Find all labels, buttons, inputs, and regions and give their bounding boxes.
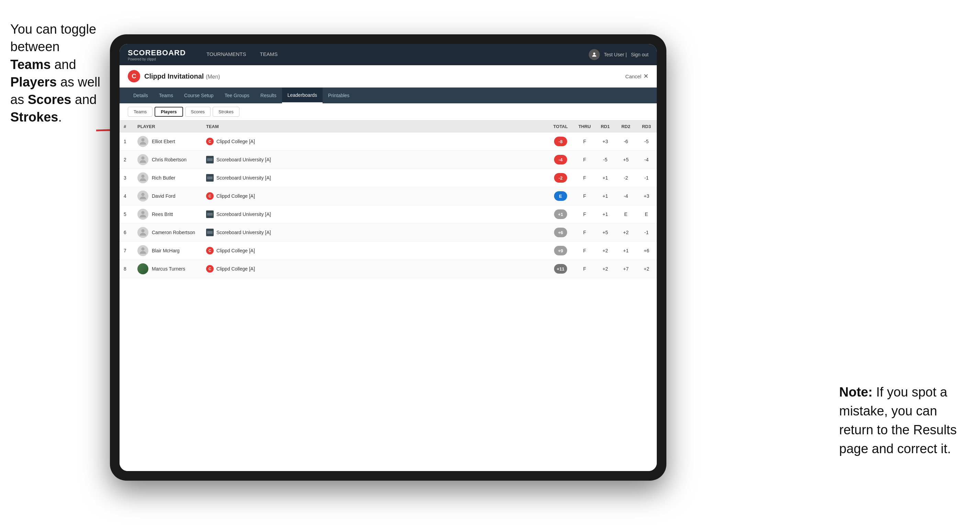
sub-nav-leaderboards[interactable]: Leaderboards <box>282 87 323 103</box>
player-cell: Cameron Robertson <box>133 224 202 242</box>
col-team: TEAM <box>202 121 533 133</box>
player-avatar <box>137 264 148 274</box>
team-cell: Scoreboard University [A] <box>202 169 533 187</box>
rd3-cell: +3 <box>636 187 657 205</box>
nav-user-text: Test User | <box>604 52 627 57</box>
toggle-teams[interactable]: Teams <box>128 107 153 117</box>
svg-point-10 <box>141 211 144 214</box>
rd2-cell: -6 <box>616 133 636 151</box>
nav-sign-out[interactable]: Sign out <box>631 52 649 57</box>
rd3-cell: -4 <box>636 151 657 169</box>
rd1-cell: +3 <box>595 133 616 151</box>
svg-point-16 <box>141 248 144 251</box>
rank-cell: 5 <box>119 205 133 224</box>
rank-cell: 2 <box>119 151 133 169</box>
svg-point-2 <box>141 138 144 141</box>
rd1-cell: +2 <box>595 242 616 260</box>
leaderboard-table: # PLAYER TEAM TOTAL THRU RD1 RD2 RD3 1 <box>119 121 657 278</box>
sub-nav-teams[interactable]: Teams <box>154 87 179 103</box>
svg-rect-8 <box>207 176 213 179</box>
thru-cell: F <box>574 242 595 260</box>
sub-nav-printables[interactable]: Printables <box>323 87 355 103</box>
player-avatar <box>137 172 148 183</box>
thru-cell: F <box>574 224 595 242</box>
sub-nav-course-setup[interactable]: Course Setup <box>179 87 219 103</box>
player-avatar <box>137 245 148 256</box>
team-logo-scoreboard <box>206 156 214 163</box>
team-logo-scoreboard <box>206 229 214 236</box>
team-logo-clippd: C <box>206 247 214 254</box>
table-row: 6 Cameron Robertson Scoreboard Universit… <box>119 224 657 242</box>
rd3-cell: -1 <box>636 169 657 187</box>
player-avatar <box>137 190 148 202</box>
thru-cell: F <box>574 151 595 169</box>
svg-point-13 <box>141 229 144 232</box>
team-cell: Scoreboard University [A] <box>202 205 533 224</box>
svg-point-9 <box>141 193 144 196</box>
nav-teams[interactable]: TEAMS <box>253 44 285 65</box>
table-row: 4 David Ford C Clippd College [A] E F +1… <box>119 187 657 205</box>
thru-cell: F <box>574 205 595 224</box>
team-cell: C Clippd College [A] <box>202 260 533 278</box>
team-logo-clippd: C <box>206 192 214 200</box>
thru-cell: F <box>574 169 595 187</box>
sub-nav-results[interactable]: Results <box>255 87 282 103</box>
leaderboard-table-container: # PLAYER TEAM TOTAL THRU RD1 RD2 RD3 1 <box>119 121 657 471</box>
rd1-cell: +5 <box>595 224 616 242</box>
table-row: 1 Elliot Ebert C Clippd College [A] -8 F… <box>119 133 657 151</box>
player-cell: Blair McHarg <box>133 242 202 260</box>
player-avatar <box>137 209 148 220</box>
nav-items: TOURNAMENTS TEAMS <box>200 44 589 65</box>
nav-tournaments[interactable]: TOURNAMENTS <box>200 44 253 65</box>
toggle-bar: Teams Players Scores Strokes <box>119 103 657 121</box>
team-logo-clippd: C <box>206 265 214 273</box>
team-cell: Scoreboard University [A] <box>202 224 533 242</box>
player-avatar <box>137 136 148 147</box>
rd3-cell: +6 <box>636 242 657 260</box>
logo-title: SCOREBOARD <box>128 48 186 57</box>
toggle-scores[interactable]: Scores <box>185 107 210 117</box>
rd2-cell: +7 <box>616 260 636 278</box>
svg-point-3 <box>141 157 144 160</box>
left-annotation: You can toggle between Teams and Players… <box>10 21 103 126</box>
svg-point-1 <box>593 52 595 55</box>
spacer-cell <box>533 205 547 224</box>
rank-cell: 1 <box>119 133 133 151</box>
total-cell: E <box>547 187 574 205</box>
sub-nav-details[interactable]: Details <box>128 87 154 103</box>
sub-nav: Details Teams Course Setup Tee Groups Re… <box>119 87 657 103</box>
col-total: TOTAL <box>547 121 574 133</box>
team-logo-scoreboard <box>206 174 214 182</box>
rd2-cell: +5 <box>616 151 636 169</box>
cancel-button[interactable]: Cancel ✕ <box>625 73 649 80</box>
tournament-header: C Clippd Invitational (Men) Cancel ✕ <box>119 65 657 87</box>
rd2-cell: +1 <box>616 242 636 260</box>
col-player: PLAYER <box>133 121 202 133</box>
player-avatar <box>137 154 148 165</box>
team-cell: C Clippd College [A] <box>202 242 533 260</box>
sub-nav-tee-groups[interactable]: Tee Groups <box>219 87 255 103</box>
total-cell: -4 <box>547 151 574 169</box>
col-rd2: RD2 <box>616 121 636 133</box>
svg-rect-5 <box>207 158 213 161</box>
rank-cell: 4 <box>119 187 133 205</box>
team-cell: C Clippd College [A] <box>202 187 533 205</box>
rd1-cell: +1 <box>595 187 616 205</box>
spacer-cell <box>533 187 547 205</box>
total-cell: +1 <box>547 205 574 224</box>
table-row: 8 Marcus Turners C Clippd College [A] +1… <box>119 260 657 278</box>
rd1-cell: -5 <box>595 151 616 169</box>
toggle-players[interactable]: Players <box>154 107 183 117</box>
spacer-cell <box>533 169 547 187</box>
rank-cell: 8 <box>119 260 133 278</box>
toggle-strokes[interactable]: Strokes <box>213 107 239 117</box>
player-cell: Rees Britt <box>133 205 202 224</box>
tournament-name: Clippd Invitational (Men) <box>144 73 220 80</box>
rd3-cell: -1 <box>636 224 657 242</box>
rd1-cell: +2 <box>595 260 616 278</box>
rd2-cell: E <box>616 205 636 224</box>
rd2-cell: -4 <box>616 187 636 205</box>
rd3-cell: -5 <box>636 133 657 151</box>
col-rd1: RD1 <box>595 121 616 133</box>
col-spacer <box>533 121 547 133</box>
